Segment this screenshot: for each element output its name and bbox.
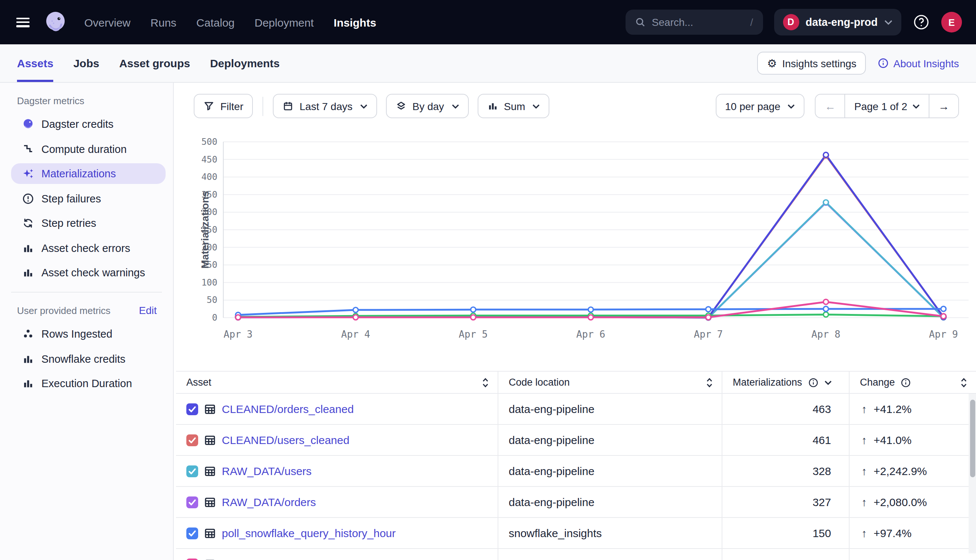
tab-asset-groups[interactable]: Asset groups (119, 44, 190, 82)
tab-assets[interactable]: Assets (17, 44, 53, 82)
nav-item-overview[interactable]: Overview (84, 16, 130, 28)
dagster-logo[interactable] (43, 10, 68, 35)
code-location-cell (498, 549, 722, 560)
asset-link[interactable]: RAW_DATA/users (222, 465, 312, 477)
asset-link[interactable]: RAW_DATA/orders (222, 496, 316, 508)
asset-link[interactable]: CLEANED/orders_cleaned (222, 403, 354, 415)
asset-checkbox[interactable] (186, 496, 198, 508)
edit-metrics-link[interactable]: Edit (139, 304, 157, 316)
help-icon[interactable] (912, 13, 930, 31)
metrics-sidebar: Dagster metrics Dagster creditsCompute d… (0, 83, 174, 560)
search-input[interactable]: Search... / (625, 10, 763, 35)
svg-text:Apr 8: Apr 8 (812, 329, 840, 340)
table-asset-icon (204, 527, 216, 539)
asset-checkbox[interactable] (186, 465, 198, 477)
pagination-control: ← Page 1 of 2 → (815, 94, 959, 118)
scrollbar-thumb[interactable] (970, 400, 975, 477)
sidebar-item-execution-duration[interactable]: Execution Duration (11, 373, 165, 394)
filter-funnel-icon (203, 100, 214, 112)
about-insights-link[interactable]: About Insights (878, 57, 959, 69)
chevron-down-icon (451, 104, 459, 108)
asset-checkbox[interactable] (186, 403, 198, 415)
aggregation-button[interactable]: Sum (477, 94, 550, 118)
chart-controls: Filter Last 7 days By day Sum (194, 94, 959, 118)
info-icon[interactable] (901, 377, 911, 387)
user-metrics-section-title: User provided metrics Edit (0, 304, 173, 323)
prev-page-button[interactable]: ← (816, 95, 845, 117)
layers-icon (395, 100, 406, 112)
sidebar-item-snowflake-credits[interactable]: Snowflake credits (11, 348, 165, 369)
bars-icon (22, 353, 34, 365)
column-header-code-location[interactable]: Code location (498, 372, 722, 393)
sidebar-item-label: Rows Ingested (42, 328, 112, 340)
sidebar-item-label: Snowflake credits (42, 353, 125, 365)
table-asset-icon (204, 465, 216, 477)
sidebar-item-step-failures[interactable]: Step failures (11, 188, 165, 209)
octopus-logo-icon (43, 10, 68, 35)
asset-checkbox[interactable] (186, 434, 198, 446)
bars-icon (22, 378, 34, 389)
sidebar-item-dagster-credits[interactable]: Dagster credits (11, 114, 165, 135)
nav-item-runs[interactable]: Runs (150, 16, 176, 28)
column-header-materializations[interactable]: Materializations (722, 372, 849, 393)
code-location-cell: snowflake_insights (498, 518, 722, 548)
asset-link[interactable]: poll_snowflake_query_history_hour (222, 527, 396, 539)
sparkle-icon (22, 168, 34, 180)
svg-text:Apr 6: Apr 6 (577, 329, 605, 340)
table-asset-icon (204, 434, 216, 446)
sidebar-item-label: Dagster credits (42, 118, 114, 130)
menu-icon[interactable] (16, 17, 30, 27)
svg-text:450: 450 (202, 154, 217, 165)
tab-jobs[interactable]: Jobs (73, 44, 99, 82)
page-select[interactable]: Page 1 of 2 (845, 95, 929, 117)
nav-item-insights[interactable]: Insights (334, 16, 376, 28)
table-row: RAW_DATA/ordersdata-eng-pipeline327↑+2,0… (176, 487, 976, 518)
svg-text:400: 400 (202, 172, 217, 182)
chevron-down-icon (360, 104, 367, 108)
sort-icon[interactable] (482, 377, 489, 387)
granularity-button[interactable]: By day (386, 94, 468, 118)
sort-icon[interactable] (961, 377, 967, 387)
sidebar-item-label: Compute duration (42, 143, 127, 155)
sort-desc-icon[interactable] (824, 380, 832, 385)
code-location-cell: data-eng-pipeline (498, 425, 722, 455)
materializations-value: 150 (722, 518, 849, 548)
alert-icon (22, 192, 34, 204)
sidebar-item-asset-check-errors[interactable]: Asset check errors (11, 238, 165, 258)
date-range-button[interactable]: Last 7 days (273, 94, 377, 118)
user-avatar[interactable]: E (941, 12, 962, 33)
asset-checkbox[interactable] (186, 527, 198, 539)
code-location-cell: data-eng-pipeline (498, 456, 722, 486)
chevron-down-icon (884, 20, 892, 25)
sidebar-item-step-retries[interactable]: Step retries (11, 213, 165, 233)
arrow-left-icon: ← (825, 100, 836, 112)
info-icon[interactable] (808, 377, 819, 387)
bar-chart-icon (487, 100, 498, 112)
column-header-asset[interactable]: Asset (176, 372, 498, 393)
tab-deployments[interactable]: Deployments (210, 44, 279, 82)
sidebar-item-rows-ingested[interactable]: Rows Ingested (11, 323, 165, 344)
dagster-metrics-section-title: Dagster metrics (0, 95, 173, 114)
asset-checkbox[interactable] (186, 558, 198, 560)
insights-settings-button[interactable]: ⚙ Insights settings (757, 52, 866, 75)
trend-up-icon: ↑ (861, 496, 867, 508)
sidebar-item-materializations[interactable]: Materializations (11, 163, 165, 184)
asset-link[interactable]: CLEANED/users_cleaned (222, 434, 349, 446)
insights-page: OverviewRunsCatalogDeploymentInsights Se… (0, 0, 976, 560)
sidebar-item-label: Execution Duration (42, 378, 132, 389)
column-header-change[interactable]: Change (849, 372, 976, 393)
trend-up-icon: ↑ (861, 434, 867, 446)
svg-text:500: 500 (202, 137, 217, 147)
next-page-button[interactable]: → (929, 95, 958, 117)
sort-icon[interactable] (706, 377, 713, 387)
nav-item-catalog[interactable]: Catalog (196, 16, 234, 28)
filter-button[interactable]: Filter (194, 94, 253, 118)
sidebar-item-asset-check-warnings[interactable]: Asset check warnings (11, 262, 165, 283)
deployment-switcher[interactable]: D data-eng-prod (774, 9, 901, 35)
per-page-button[interactable]: 10 per page (715, 94, 804, 118)
dots-icon (22, 328, 34, 340)
nav-item-deployment[interactable]: Deployment (255, 16, 314, 28)
sidebar-item-compute-duration[interactable]: Compute duration (11, 138, 165, 159)
table-header: Asset Code location Materializations Cha… (176, 372, 976, 394)
table-asset-icon (204, 558, 216, 560)
